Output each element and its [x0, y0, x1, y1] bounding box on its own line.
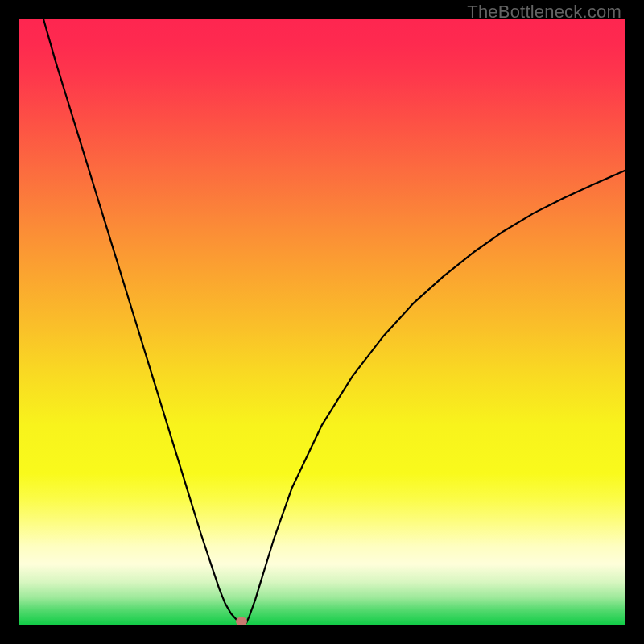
- minimum-marker: [236, 617, 247, 625]
- chart-frame: [19, 19, 625, 625]
- bottleneck-curve: [19, 19, 625, 625]
